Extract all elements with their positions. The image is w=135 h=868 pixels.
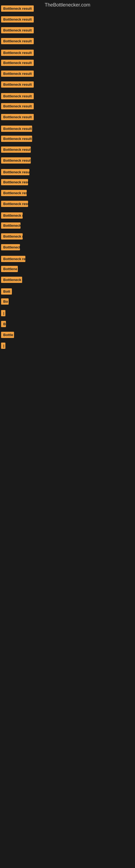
bottleneck-badge: Bottleneck result [1, 93, 34, 99]
bottleneck-item: Bottleneck [1, 244, 20, 251]
bottleneck-item: Bottle [1, 332, 14, 339]
bottleneck-item: Bottleneck result [1, 135, 32, 143]
bottleneck-item: Bottleneck r [1, 212, 23, 220]
bottleneck-item: | [1, 310, 5, 317]
bottleneck-item: Bottleneck result [1, 38, 34, 45]
bottleneck-badge: Bottleneck result [1, 38, 34, 44]
bottleneck-badge: Bottleneck result [1, 60, 34, 66]
bottleneck-badge: Bottleneck result [1, 27, 34, 33]
bottleneck-badge: Bottleneck result [1, 16, 34, 23]
bottleneck-item: Bottleneck result [1, 50, 34, 57]
bottleneck-badge: Bottleneck result [1, 169, 30, 175]
bottleneck-badge: Bott [1, 288, 12, 294]
bottleneck-badge: Bottleneck result [1, 50, 34, 56]
bottleneck-item: Bottleneck res [1, 256, 26, 263]
bottleneck-item: B [1, 321, 6, 328]
bottleneck-item: Bottleneck result [1, 114, 34, 121]
bottleneck-badge: Bottleneck result [1, 82, 34, 88]
bottleneck-item: Bottleneck result [1, 157, 31, 165]
bottleneck-badge: Bottleneck res [1, 190, 27, 196]
bottleneck-badge: Bo [1, 299, 9, 305]
bottleneck-item: Bottleneck result [1, 103, 34, 111]
bottleneck-item: Bottleneck result [1, 169, 30, 176]
bottleneck-badge: Bottleneck result [1, 179, 28, 185]
bottleneck-badge: | [1, 310, 5, 316]
bottleneck-item: Bottleneck result [1, 179, 28, 186]
bottleneck-badge: B [1, 321, 6, 327]
bottleneck-badge: Bottle [1, 332, 14, 338]
bottleneck-item: Bottleneck result [1, 147, 31, 154]
bottleneck-item: Bott [1, 288, 12, 296]
bottleneck-badge: Bottleneck r [1, 277, 22, 283]
bottleneck-item: Bottleneck result [1, 126, 32, 133]
bottleneck-item: Bottleneck result [1, 16, 34, 24]
bottleneck-badge: Bottleneck result [1, 5, 34, 12]
bottleneck-badge: Bottleneck r [1, 212, 23, 219]
bottleneck-item: Bottleneck result [1, 201, 28, 208]
bottleneck-item: Bottleneck result [1, 27, 34, 34]
bottleneck-badge: Bottleneck res [1, 256, 26, 262]
bottleneck-badge: Bottleneck result [1, 135, 32, 142]
bottleneck-badge: Bottleneck result [1, 157, 31, 163]
bottleneck-badge: Bottleneck result [1, 103, 34, 109]
bottleneck-item: Bottleneck result [1, 82, 34, 89]
bottleneck-item: Bottleneck result [1, 93, 34, 100]
bottleneck-badge: Bottleneck result [1, 147, 31, 153]
bottleneck-item: Bottleneck r [1, 233, 23, 241]
bottleneck-badge: Bottleneck result [1, 70, 34, 77]
bottleneck-item: Bottleneck [1, 222, 20, 230]
bottleneck-item: | [1, 343, 5, 350]
bottleneck-badge: Bottlene [1, 266, 18, 272]
bottleneck-item: Bottleneck result [1, 5, 34, 13]
bottleneck-item: Bottleneck res [1, 190, 27, 197]
bottleneck-badge: Bottleneck r [1, 233, 23, 240]
bottleneck-item: Bottleneck result [1, 70, 34, 78]
bottleneck-badge: Bottleneck [1, 222, 20, 229]
bottleneck-badge: Bottleneck [1, 244, 20, 250]
bottleneck-item: Bottleneck result [1, 60, 34, 67]
bottleneck-item: Bottleneck r [1, 277, 22, 284]
bottleneck-item: Bottlene [1, 266, 18, 273]
bottleneck-badge: Bottleneck result [1, 126, 32, 132]
bottleneck-badge: | [1, 343, 5, 349]
bottleneck-badge: Bottleneck result [1, 114, 34, 120]
bottleneck-badge: Bottleneck result [1, 201, 28, 207]
bottleneck-item: Bo [1, 299, 9, 306]
